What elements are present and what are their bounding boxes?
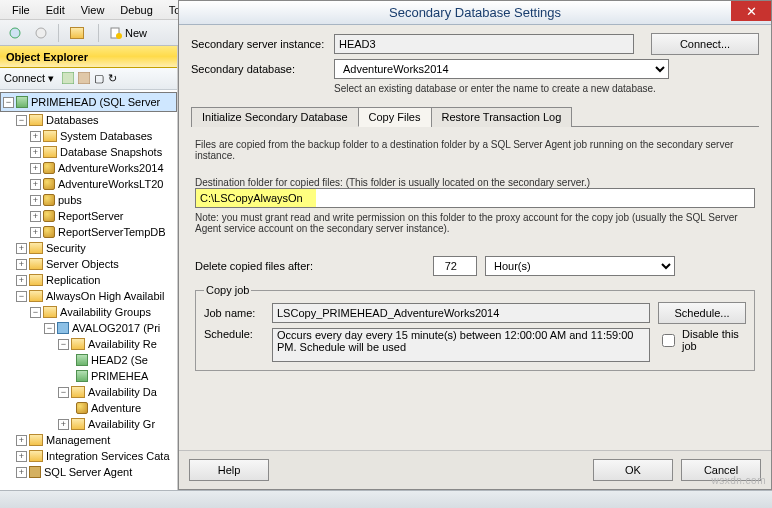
disable-job-checkbox[interactable]: Disable this job — [658, 328, 746, 352]
ok-button[interactable]: OK — [593, 459, 673, 481]
tree-item[interactable]: HEAD2 (Se — [91, 352, 148, 368]
connect-dropdown[interactable]: Connect ▾ — [4, 72, 54, 85]
tree-item[interactable]: pubs — [58, 192, 82, 208]
tree-item[interactable]: System Databases — [60, 128, 152, 144]
new-dropdown[interactable]: New — [105, 25, 152, 41]
schedule-button[interactable]: Schedule... — [658, 302, 746, 324]
tree-item[interactable]: Availability Re — [88, 336, 157, 352]
svg-rect-5 — [78, 72, 90, 84]
tree-item[interactable]: Replication — [46, 272, 100, 288]
delete-after-label: Delete copied files after: — [195, 260, 425, 272]
schedule-text: Occurs every day every 15 minute(s) betw… — [272, 328, 650, 362]
tree-item[interactable]: SQL Server Agent — [44, 464, 132, 480]
tree-item[interactable]: Management — [46, 432, 110, 448]
tree-item[interactable]: Availability Da — [88, 384, 157, 400]
dest-folder-input[interactable] — [195, 188, 755, 208]
tree-item[interactable]: Availability Groups — [60, 304, 151, 320]
dest-folder-label: Destination folder for copied files: (Th… — [195, 177, 755, 188]
new-label: New — [125, 27, 147, 39]
close-button[interactable]: ✕ — [731, 1, 771, 21]
tree-item[interactable]: ReportServerTempDB — [58, 224, 166, 240]
menu-debug[interactable]: Debug — [112, 2, 160, 18]
delete-after-unit[interactable]: Hour(s) — [485, 256, 675, 276]
secondary-db-label: Secondary database: — [191, 63, 326, 75]
oe-tool-icon[interactable]: ▢ — [94, 72, 104, 85]
object-explorer-panel: Object Explorer Connect ▾ ▢ ↻ −PRIMEHEAD… — [0, 46, 178, 490]
secondary-db-select[interactable]: AdventureWorks2014 — [334, 59, 669, 79]
copy-info-text: Files are copied from the backup folder … — [195, 139, 755, 161]
object-explorer-toolbar: Connect ▾ ▢ ↻ — [0, 68, 177, 90]
tree-item[interactable]: Integration Services Cata — [46, 448, 170, 464]
tree-item[interactable]: AVALOG2017 (Pri — [72, 320, 160, 336]
job-name-label: Job name: — [204, 307, 264, 319]
svg-point-3 — [116, 33, 122, 39]
tree-item[interactable]: ReportServer — [58, 208, 123, 224]
copy-job-group: Copy job Job name: Schedule... Schedule:… — [195, 284, 755, 371]
copy-job-legend: Copy job — [204, 284, 251, 296]
job-name-input — [272, 303, 650, 323]
tree-item[interactable]: Server Objects — [46, 256, 119, 272]
tree-server-root[interactable]: PRIMEHEAD (SQL Server — [31, 94, 160, 110]
oe-tool-icon[interactable]: ↻ — [108, 72, 117, 85]
db-hint: Select an existing database or enter the… — [334, 83, 656, 94]
svg-point-1 — [36, 28, 46, 38]
secondary-server-label: Secondary server instance: — [191, 38, 326, 50]
schedule-label: Schedule: — [204, 328, 264, 340]
nav-fwd-button[interactable] — [30, 25, 52, 41]
menu-edit[interactable]: Edit — [38, 2, 73, 18]
tab-strip: Initialize Secondary Database Copy Files… — [191, 106, 759, 127]
oe-tool-icon[interactable] — [78, 72, 90, 86]
new-icon — [110, 27, 122, 39]
secondary-server-input — [334, 34, 634, 54]
oe-tool-icon[interactable] — [62, 72, 74, 86]
tree-item[interactable]: AlwaysOn High Availabil — [46, 288, 164, 304]
tree-item[interactable]: Availability Gr — [88, 416, 155, 432]
tab-restore-log[interactable]: Restore Transaction Log — [431, 107, 573, 127]
dialog-title: Secondary Database Settings — [389, 5, 561, 20]
watermark: wsxdn.com — [711, 475, 766, 486]
svg-rect-4 — [62, 72, 74, 84]
server-icon — [16, 96, 28, 108]
help-button[interactable]: Help — [189, 459, 269, 481]
tree-item[interactable]: PRIMEHEA — [91, 368, 148, 384]
object-explorer-title: Object Explorer — [0, 46, 177, 68]
connect-button[interactable]: Connect... — [651, 33, 759, 55]
tab-content: Files are copied from the backup folder … — [191, 131, 759, 446]
tree-databases[interactable]: Databases — [46, 112, 99, 128]
dest-note: Note: you must grant read and write perm… — [195, 212, 755, 234]
svg-point-0 — [10, 28, 20, 38]
tab-copy-files[interactable]: Copy Files — [358, 107, 432, 127]
secondary-db-settings-dialog: Secondary Database Settings ✕ Secondary … — [178, 0, 772, 490]
delete-after-value[interactable] — [433, 256, 477, 276]
nav-back-button[interactable] — [4, 25, 26, 41]
menu-view[interactable]: View — [73, 2, 113, 18]
open-button[interactable] — [65, 25, 92, 41]
tree-view[interactable]: −PRIMEHEAD (SQL Server −Databases +Syste… — [0, 90, 177, 482]
tree-item[interactable]: AdventureWorks2014 — [58, 160, 164, 176]
tree-item[interactable]: Security — [46, 240, 86, 256]
tree-item[interactable]: AdventureWorksLT20 — [58, 176, 163, 192]
dialog-title-bar[interactable]: Secondary Database Settings ✕ — [179, 1, 771, 25]
tree-item[interactable]: Database Snapshots — [60, 144, 162, 160]
status-bar — [0, 490, 772, 508]
tree-item[interactable]: Adventure — [91, 400, 141, 416]
menu-file[interactable]: File — [4, 2, 38, 18]
dialog-footer: Help OK Cancel — [179, 450, 771, 489]
tab-initialize[interactable]: Initialize Secondary Database — [191, 107, 359, 127]
